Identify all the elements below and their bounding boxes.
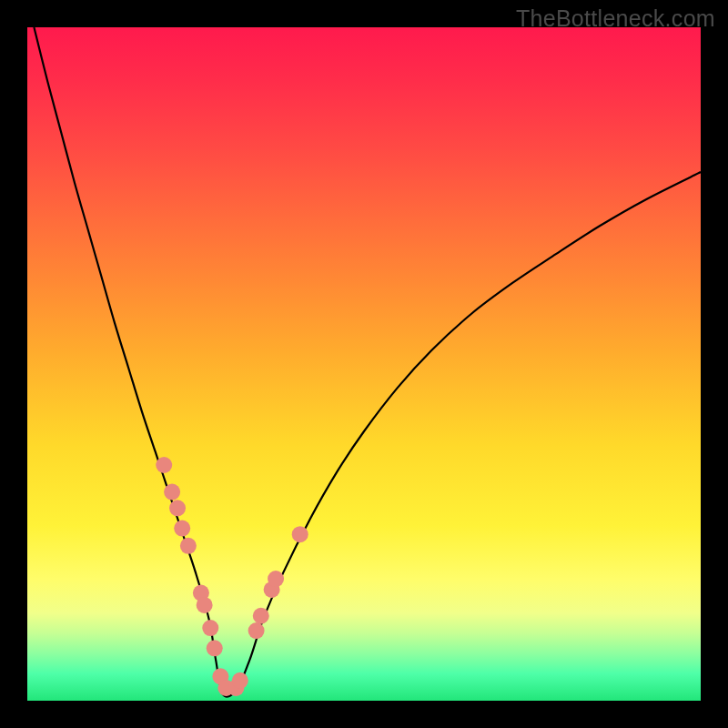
bottleneck-curve-path xyxy=(34,27,701,696)
chart-svg xyxy=(27,27,701,701)
marker-point xyxy=(202,620,218,636)
marker-point xyxy=(292,526,308,542)
plot-area xyxy=(27,27,701,701)
marker-point xyxy=(180,538,197,554)
marker-point xyxy=(156,457,172,473)
marker-point xyxy=(164,484,180,500)
marker-point xyxy=(232,672,248,689)
marker-point xyxy=(197,597,213,613)
highlight-markers xyxy=(156,457,308,696)
marker-point xyxy=(207,640,223,656)
marker-point xyxy=(174,521,190,537)
marker-point xyxy=(248,622,265,639)
marker-point xyxy=(253,608,269,624)
marker-point xyxy=(169,500,186,516)
marker-point xyxy=(268,571,284,587)
chart-frame: TheBottleneck.com xyxy=(0,0,728,728)
